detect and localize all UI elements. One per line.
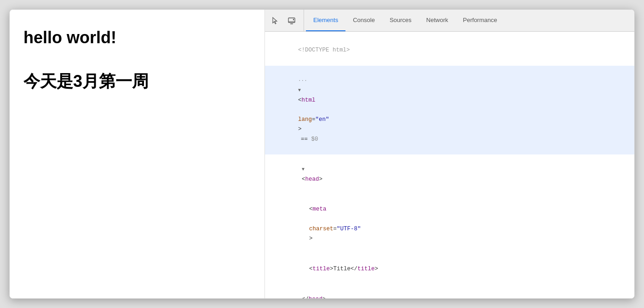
tab-elements[interactable]: Elements (306, 10, 345, 31)
tab-network[interactable]: Network (419, 10, 456, 31)
devtools-icon-group (269, 10, 304, 31)
webpage-heading1: hello world! (23, 28, 251, 47)
html-line-title[interactable]: <title>Title</title> (265, 254, 634, 285)
device-icon[interactable] (285, 14, 298, 27)
html-line-head-close[interactable]: </head> (265, 284, 634, 298)
devtools-toolbar: Elements Console Sources Network Perform… (265, 10, 634, 32)
html-line-html[interactable]: ··· <html lang="en" > == $0 (265, 66, 634, 154)
tab-sources[interactable]: Sources (382, 10, 419, 31)
html-line-doctype[interactable]: <!DOCTYPE html> (265, 35, 634, 66)
browser-window: hello world! 今天是3月第一周 (9, 9, 635, 299)
tab-performance[interactable]: Performance (455, 10, 504, 31)
devtools-tabs: Elements Console Sources Network Perform… (306, 10, 631, 31)
tab-console[interactable]: Console (345, 10, 382, 31)
webpage-heading2: 今天是3月第一周 (23, 70, 251, 93)
devtools-panel: Elements Console Sources Network Perform… (265, 10, 634, 298)
webpage-panel: hello world! 今天是3月第一周 (10, 10, 265, 298)
html-line-head[interactable]: <head> (265, 154, 634, 194)
svg-rect-1 (290, 23, 293, 24)
devtools-content[interactable]: <!DOCTYPE html> ··· <html lang="en" > ==… (265, 32, 634, 298)
html-line-meta[interactable]: <meta charset="UTF-8" > (265, 194, 634, 254)
svg-rect-3 (293, 19, 294, 20)
cursor-icon[interactable] (269, 14, 282, 27)
